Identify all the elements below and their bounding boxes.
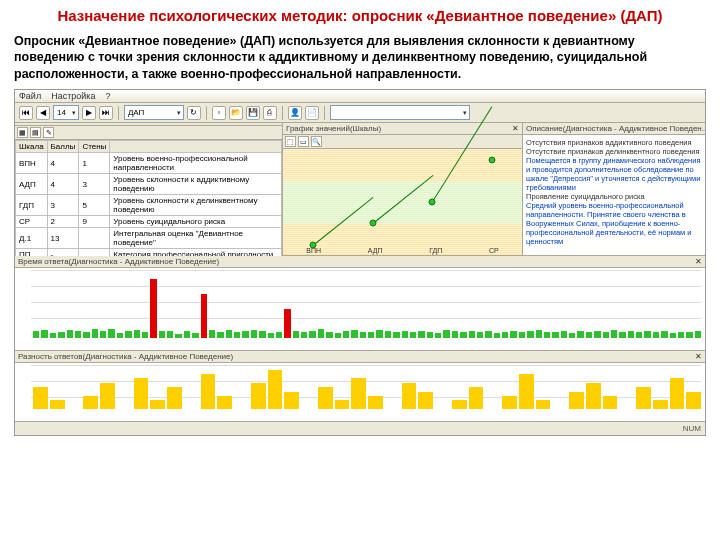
col-sten[interactable]: Стены (79, 141, 110, 153)
nav-last-icon[interactable]: ⏭ (99, 106, 113, 120)
bar (418, 392, 433, 410)
user-icon[interactable]: 👤 (288, 106, 302, 120)
bar (410, 332, 416, 338)
bar (309, 331, 315, 338)
table-cell: 9 (79, 216, 110, 228)
close-icon[interactable]: ✕ (695, 352, 702, 361)
table-row[interactable]: ГДП35Уровень склонности к делинквентному… (16, 195, 282, 216)
bar (686, 332, 692, 338)
bar (184, 331, 190, 338)
table-header-row: Шкала Баллы Стены (16, 141, 282, 153)
x-label: АДП (368, 247, 383, 254)
bar (653, 332, 659, 338)
menu-settings[interactable]: Настройка (51, 91, 95, 101)
nav-prev-icon[interactable]: ◀ (36, 106, 50, 120)
menubar: Файл Настройка ? (15, 90, 705, 103)
table-cell: 1 (79, 153, 110, 174)
table-cell: 4 (47, 153, 79, 174)
bar (552, 332, 558, 338)
bar (326, 332, 332, 338)
open-icon[interactable]: 📂 (229, 106, 243, 120)
zoom-icon[interactable]: 🔍 (311, 136, 322, 147)
bar (217, 396, 232, 409)
bar (661, 331, 667, 338)
table-row[interactable]: СР29Уровень суицидального риска (16, 216, 282, 228)
bar (586, 383, 601, 409)
col-desc[interactable] (110, 141, 282, 153)
chart-tool-icon[interactable]: ▭ (298, 136, 309, 147)
tool-icon[interactable]: ▤ (30, 127, 41, 138)
bar (594, 331, 600, 338)
bar-chart-2-area[interactable] (15, 363, 705, 421)
bar (159, 331, 165, 338)
bar (50, 400, 65, 409)
bar (644, 331, 650, 338)
bar (611, 330, 617, 338)
bar (376, 330, 382, 339)
line-chart-area[interactable]: ВПН АДП ГДП СР (283, 149, 522, 255)
bar (251, 330, 257, 338)
bar (201, 294, 207, 338)
tool-icon[interactable]: ▦ (17, 127, 28, 138)
bar (670, 378, 685, 409)
bar (402, 331, 408, 338)
bar (142, 332, 148, 338)
table-row[interactable]: ВПН41Уровень военно-профессиональной нап… (16, 153, 282, 174)
bar (150, 279, 156, 339)
bar (92, 329, 98, 339)
bar (502, 332, 508, 338)
menu-file[interactable]: Файл (19, 91, 41, 101)
tool-icon[interactable]: ✎ (43, 127, 54, 138)
bar (510, 331, 516, 338)
close-icon[interactable]: ✕ (695, 257, 702, 266)
bar (167, 387, 182, 409)
text-line: Отсутствие признаков делинквентного пове… (526, 147, 702, 156)
bar (293, 331, 299, 338)
bar (577, 331, 583, 338)
desc-strong: Опросник «Девиантное поведение» (ДАП) (14, 34, 279, 48)
table-row[interactable]: Д.113Интегральная оценка "Девиантное пов… (16, 228, 282, 249)
print-icon[interactable]: ⎙ (263, 106, 277, 120)
bar (318, 329, 324, 339)
col-scale[interactable]: Шкала (16, 141, 48, 153)
bar (284, 392, 299, 410)
close-icon[interactable]: ✕ (512, 124, 519, 133)
nav-next-icon[interactable]: ▶ (82, 106, 96, 120)
bar (469, 387, 484, 409)
bar (134, 330, 140, 338)
bar (561, 331, 567, 338)
method-combo[interactable]: ДАП (124, 105, 184, 120)
bar-chart-1-pane: Время ответа(Диагностика - Аддиктивное П… (15, 256, 705, 351)
bar (335, 400, 350, 409)
bar (268, 333, 274, 338)
refresh-icon[interactable]: ↻ (187, 106, 201, 120)
col-score[interactable]: Баллы (47, 141, 79, 153)
bar (460, 332, 466, 338)
save-icon[interactable]: 💾 (246, 106, 260, 120)
new-icon[interactable]: ▫ (212, 106, 226, 120)
nav-position[interactable]: 14 (53, 105, 79, 120)
bar (636, 332, 642, 338)
table-cell (79, 228, 110, 249)
statusbar: NUM (15, 421, 705, 435)
bar (603, 396, 618, 409)
chart-tool-icon[interactable]: ⬚ (285, 136, 296, 147)
bar (117, 333, 123, 338)
table-row[interactable]: АДП43Уровень склонности к аддиктивному п… (16, 174, 282, 195)
nav-first-icon[interactable]: ⏮ (19, 106, 33, 120)
report-icon[interactable]: 📄 (305, 106, 319, 120)
bar (360, 332, 366, 338)
table-cell: Уровень суицидального риска (110, 216, 282, 228)
search-combo[interactable] (330, 105, 470, 120)
bar (519, 374, 534, 409)
bar (125, 331, 131, 338)
toolbar: ⏮ ◀ 14 ▶ ⏭ ДАП ↻ ▫ 📂 💾 ⎙ 👤 📄 (15, 103, 705, 123)
bar (628, 331, 634, 338)
menu-help[interactable]: ? (105, 91, 110, 101)
text-line: Помещается в группу динамического наблюд… (526, 156, 702, 192)
bar (100, 331, 106, 338)
bar (100, 383, 115, 409)
table-cell: Д.1 (16, 228, 48, 249)
bar (536, 330, 542, 338)
bar-chart-1-area[interactable] (15, 268, 705, 350)
